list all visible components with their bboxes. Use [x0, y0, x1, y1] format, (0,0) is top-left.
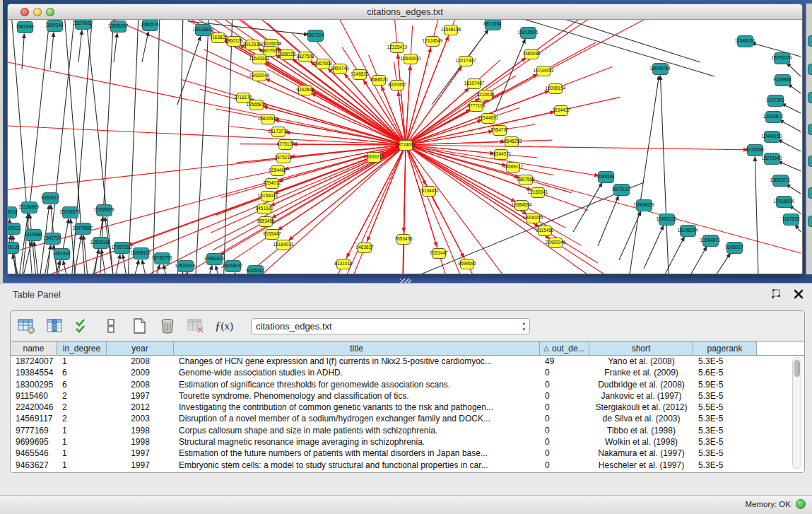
network-node[interactable]: 16033809 [195, 24, 211, 36]
network-node[interactable]: 1875212 [276, 153, 290, 163]
network-node[interactable]: 8220357 [390, 80, 404, 90]
network-node[interactable]: 17359928 [96, 204, 112, 216]
network-canvas[interactable]: 1872400771638228860128891293023226058982… [8, 20, 802, 274]
network-node[interactable]: 19565816 [249, 100, 264, 110]
network-node[interactable]: 2967608 [316, 59, 330, 69]
network-node[interactable]: 15892971 [772, 175, 789, 187]
network-node[interactable]: 1451920 [257, 204, 271, 214]
network-window-titlebar[interactable]: citations_edges.txt [8, 4, 802, 20]
network-node[interactable]: 1850344 [47, 20, 63, 32]
network-node[interactable]: 8912930 [245, 40, 259, 50]
network-node[interactable]: 9146821 [353, 69, 367, 80]
network-node[interactable]: 1216034 [478, 90, 493, 100]
network-node[interactable]: 2060570 [142, 20, 158, 31]
network-node[interactable]: 18724007 [399, 140, 413, 151]
network-node[interactable]: 1215688 [25, 229, 42, 241]
network-node[interactable]: 12505185 [93, 237, 109, 249]
network-node[interactable]: 21173776 [271, 127, 286, 137]
close-panel-icon[interactable] [792, 288, 805, 300]
network-node[interactable]: 8450617 [42, 192, 59, 204]
network-node[interactable]: 7653456 [396, 234, 411, 245]
network-node[interactable]: 9245012 [247, 265, 264, 275]
network-node[interactable]: 8131014 [336, 259, 351, 269]
network-node[interactable]: 10954829 [636, 199, 652, 211]
table-row[interactable]: 977716911998Corpus callosum shape and si… [11, 425, 804, 436]
network-node[interactable]: 16782753 [154, 252, 170, 264]
network-node[interactable]: 16958107 [133, 247, 149, 259]
network-node[interactable]: 12093872 [765, 111, 782, 123]
network-node[interactable]: 15751074 [774, 52, 790, 64]
network-node[interactable]: 16543382 [252, 54, 266, 64]
table-vertical-scrollbar[interactable] [792, 357, 801, 469]
table-row[interactable]: 1938455462009Genome-wide association stu… [11, 367, 804, 378]
network-node[interactable]: 4275127 [278, 139, 293, 150]
table-row[interactable]: 2242004622012Investigating the contribut… [11, 402, 804, 413]
network-node[interactable]: 10954871 [702, 235, 719, 247]
network-node[interactable]: 8186328 [280, 49, 294, 60]
network-node[interactable]: 12124549 [425, 36, 440, 47]
table-mode-icon[interactable] [16, 316, 36, 336]
network-node[interactable]: 3919216 [8, 206, 17, 218]
network-node[interactable]: 17957253 [114, 242, 130, 254]
network-node[interactable]: 19734493 [536, 66, 551, 76]
network-node[interactable]: 1099584 [598, 171, 614, 183]
network-node[interactable]: 8215358 [747, 144, 763, 156]
network-node[interactable]: 12217307 [459, 56, 473, 66]
network-node[interactable]: 9329966 [775, 74, 791, 86]
column-header-in_degree[interactable]: in_degree [57, 341, 107, 355]
network-node[interactable]: 12160341 [531, 187, 545, 198]
network-node[interactable]: 9777169 [469, 101, 483, 112]
network-node[interactable]: 9699695 [460, 259, 474, 269]
network-node[interactable]: 1588520 [372, 75, 386, 86]
network-node[interactable]: 14569117 [506, 162, 520, 173]
network-node[interactable]: 9115460 [538, 226, 552, 236]
network-node[interactable]: 10954822 [206, 253, 223, 265]
scrollbar-thumb[interactable] [794, 360, 800, 377]
network-node[interactable]: 12450125 [659, 214, 675, 226]
delete-table-icon[interactable] [186, 316, 206, 336]
network-node[interactable]: 9463627 [358, 243, 372, 253]
network-node[interactable]: 7853456 [259, 216, 273, 227]
network-node[interactable]: 6897568 [519, 175, 533, 185]
network-node[interactable]: 18300295 [526, 213, 540, 223]
network-node[interactable]: 3915931 [8, 223, 20, 235]
network-node[interactable]: 1527602 [75, 20, 91, 30]
column-header-pagerank[interactable]: pagerank [693, 341, 757, 355]
network-node[interactable]: 8454749 [333, 64, 347, 74]
network-node[interactable]: 9154469 [271, 165, 285, 176]
table-selector-dropdown[interactable]: citations_edges.txt ▴▾ [251, 318, 530, 334]
table-row[interactable]: 1872400712008Changes of HCN gene express… [11, 356, 804, 367]
network-node[interactable]: 17016504 [776, 196, 792, 208]
column-header-name[interactable]: name [11, 341, 57, 355]
network-node[interactable]: 21156869 [21, 201, 37, 214]
network-node[interactable]: 8954797 [493, 125, 507, 136]
network-node[interactable]: 11544691 [481, 113, 495, 124]
column-header-title[interactable]: title [174, 341, 540, 355]
network-node[interactable]: 7254012 [265, 178, 279, 189]
network-node[interactable]: 11548108 [444, 25, 458, 35]
network-node[interactable]: 7857224 [307, 30, 324, 42]
network-node[interactable]: 9827508 [298, 52, 312, 62]
network-node[interactable]: 9245017 [726, 242, 743, 254]
network-node[interactable]: 12325419 [390, 42, 404, 53]
network-node[interactable]: 1581099 [17, 21, 33, 33]
unselect-all-icon[interactable] [101, 316, 121, 336]
network-node[interactable]: 7163822 [211, 33, 225, 43]
network-node[interactable]: 1451943 [54, 248, 70, 260]
table-row[interactable]: 1456911722003Disruption of a novel membe… [11, 413, 804, 424]
network-node[interactable]: 16210643 [764, 153, 780, 165]
column-header-out_de[interactable]: △out_de... [540, 341, 589, 355]
network-node[interactable]: 16164031 [276, 240, 290, 250]
select-all-icon[interactable] [73, 316, 93, 336]
table-row[interactable]: 911546021997Tourette syndrome. Phenomeno… [11, 390, 804, 402]
network-node[interactable]: 16154031 [261, 191, 275, 201]
network-node[interactable]: 19218506 [520, 27, 536, 39]
network-node[interactable]: 20206576 [62, 206, 78, 218]
network-node[interactable]: 15134451 [422, 186, 436, 197]
network-node[interactable]: 23420046 [252, 71, 266, 81]
network-node[interactable]: 22420046 [548, 238, 563, 248]
function-builder-icon[interactable]: ƒ(x) [214, 316, 234, 336]
table-row[interactable]: 946362711997Embryonic stem cells: a mode… [11, 460, 804, 471]
table-row[interactable]: 969969511998Structural magnetic resonanc… [11, 436, 804, 448]
network-node[interactable]: 16820544 [261, 114, 275, 124]
